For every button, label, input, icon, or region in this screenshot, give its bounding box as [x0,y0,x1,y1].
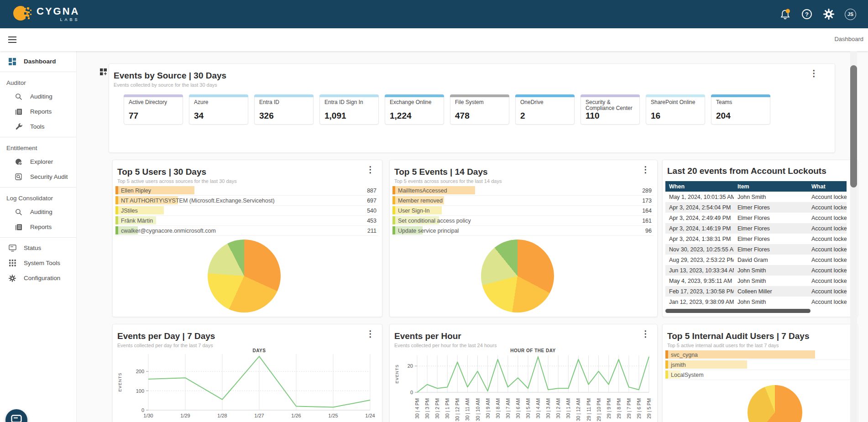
events-per-hour-chart: 020HOUR OF THE DAYEVENTS30 | 4 PM30 | 3 … [393,348,657,422]
user-avatar[interactable]: JS [845,9,856,20]
table-row[interactable]: Aug 29, 2023, 2:53:22 PMDavid GramAccoun… [665,255,847,265]
dashboard-icon [8,58,16,65]
bar-value: 453 [367,218,378,224]
sidebar-item-status[interactable]: Status [0,240,76,255]
panel-menu-button[interactable]: ⋮ [366,166,375,174]
settings-gear-icon[interactable] [823,8,835,20]
svg-text:30 | 11 AM: 30 | 11 AM [465,398,470,421]
table-cell: John Smith [734,265,808,276]
sidebar-item-security-audit[interactable]: Security Audit [0,169,76,184]
top-navbar: CYGNA LABS ? JS [0,0,868,28]
help-icon[interactable]: ? [801,8,813,20]
cygna-logo[interactable]: CYGNA LABS [12,3,79,25]
bar-stripe [115,216,118,224]
wrench-icon [15,123,23,130]
panel-subtitle: Top 5 active internal audit users for th… [667,343,851,348]
menu-hamburger-icon[interactable] [8,36,17,43]
table-cell: Elmer Flores [734,244,808,255]
table-cell: Account locked [808,255,847,265]
table-cell: Elmer Flores [734,202,808,213]
sidebar-item-label: Dashboard [24,58,56,65]
sidebar-item-tools[interactable]: Tools [0,119,76,134]
table-row[interactable]: Apr 3, 2024, 1:38:31 PMElmer FloresAccou… [665,234,847,244]
table-row[interactable]: Jun 13, 2023, 10:33:34 AMJohn SmithAccou… [665,265,847,276]
sidebar-item-system-tools[interactable]: System Tools [0,255,76,271]
bar-value: 96 [645,228,654,234]
notifications-bell-icon[interactable] [779,8,791,20]
source-card-stripe [515,94,575,97]
panel-title: Events by Source | 30 Days [114,70,828,81]
table-row[interactable]: May 1, 2024, 10:01:35 AMJohn SmithAccoun… [665,192,847,202]
bar-row: Set conditional access policy161 [392,216,654,226]
svg-text:30 | 8 AM: 30 | 8 AM [495,398,501,418]
svg-text:30 | 1 PM: 30 | 1 PM [444,398,450,419]
svg-text:EVENTS: EVENTS [395,364,399,383]
svg-text:30 | 7 AM: 30 | 7 AM [505,398,511,418]
svg-text:1/26: 1/26 [291,413,301,418]
panel-title: Top 5 Users | 30 Days [117,167,376,177]
svg-text:1/25: 1/25 [328,413,338,418]
panel-menu-button[interactable]: ⋮ [810,69,818,78]
bar-value: 289 [642,188,654,194]
table-row[interactable]: Jan 12, 2023, 9:38:09 AMJohn SmithAccoun… [665,297,847,307]
sidebar-item-reports[interactable]: Reports [0,219,76,234]
sidebar-item-configuration[interactable]: Configuration [0,271,76,286]
bar-stripe [665,350,668,359]
pie-chart [208,240,281,313]
sidebar-item-reports[interactable]: Reports [0,104,76,119]
source-card-stripe [124,94,183,97]
table-row[interactable]: Apr 3, 2024, 2:54:04 PMElmer FloresAccou… [665,202,847,213]
bar-stripe [665,370,668,379]
bar-label: JStiles [121,208,138,214]
panel-events-by-source: Events by Source | 30 Days Events collec… [109,63,835,153]
sidebar-item-label: Configuration [24,275,60,281]
table-horizontal-scrollbar[interactable] [665,309,847,313]
svg-text:HOUR OF THE DAY: HOUR OF THE DAY [510,348,555,353]
bar-row: jsmith [665,360,854,370]
bar-label: User Sign-In [398,208,429,214]
panel-account-lockouts: Last 20 events from Account Lockouts Whe… [662,160,858,317]
table-cell: Account locked [808,265,847,276]
sidebar-item-auditing[interactable]: Auditing [0,89,76,104]
table-cell: Account locked [808,223,847,234]
sidebar-item-auditing[interactable]: Auditing [0,204,76,219]
source-card-value: 1,091 [324,111,346,121]
pie-chart [481,240,554,313]
panel-title: Events per Day | 7 Days [117,331,376,342]
table-cell: Jun 13, 2023, 10:33:34 AM [665,265,734,276]
source-card: Teams204 [711,94,770,125]
panel-subtitle: Events collected per day for the last 7 … [117,343,376,348]
sidebar-section-label: Log Consolidator [0,190,76,204]
source-card-stripe [711,94,770,97]
table-row[interactable]: Apr 3, 2024, 2:49:49 PMElmer FloresAccou… [665,213,847,223]
page-scrollbar-thumb[interactable] [850,65,857,188]
svg-text:30 | 3 AM: 30 | 3 AM [545,398,551,418]
table-row[interactable]: Apr 3, 2024, 1:46:19 PMElmer FloresAccou… [665,223,847,234]
table-cell: Account locked [808,244,847,255]
top-users-bars: Ellen Ripley887NT AUTHORITY\SYSTEM (Micr… [115,186,378,236]
svg-text:EVENTS: EVENTS [118,372,122,391]
source-card-value: 16 [651,111,660,121]
search-icon [15,93,23,100]
panel-menu-button[interactable]: ⋮ [641,330,650,338]
sidebar-item-dashboard[interactable]: Dashboard [0,54,76,69]
sidebar-item-explorer[interactable]: Explorer [0,154,76,169]
svg-text:29 | 8 PM: 29 | 8 PM [616,398,622,419]
svg-text:29 | 9 PM: 29 | 9 PM [606,398,612,419]
source-card-value: 77 [129,111,138,121]
panel-menu-button[interactable]: ⋮ [366,330,375,338]
source-card-stripe [450,94,509,97]
bar-row: JStiles540 [115,206,378,216]
table-cell: John Smith [734,192,808,202]
table-row[interactable]: May 4, 2023, 9:35:11 AMJohn SmithAccount… [665,276,847,286]
panel-menu-button[interactable]: ⋮ [641,166,650,174]
bar-row: Frânk Màrtin453 [115,216,378,226]
table-row[interactable]: Nov 30, 2023, 10:25:55 AMElmer FloresAcc… [665,244,847,255]
table-cell: Account locked [808,286,847,297]
table-row[interactable]: Feb 17, 2023, 1:30:58 PMColleen MillerAc… [665,286,847,297]
source-card-stripe [646,94,705,97]
explorer-icon [15,158,23,166]
table-column-header: When [665,181,734,192]
source-card-value: 1,224 [390,111,412,121]
add-widget-icon[interactable] [100,68,107,78]
